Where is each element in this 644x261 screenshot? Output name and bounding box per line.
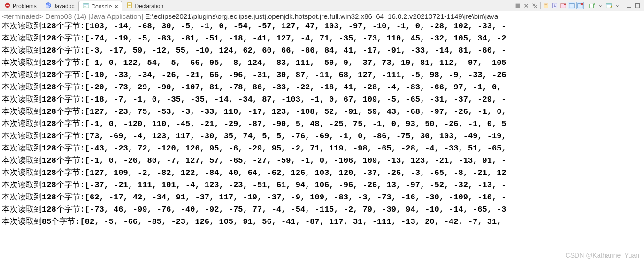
javadoc-icon: @ bbox=[45, 2, 52, 10]
svg-rect-22 bbox=[627, 7, 631, 8]
problems-icon bbox=[4, 2, 11, 10]
svg-rect-8 bbox=[129, 4, 131, 4]
tab-javadoc[interactable]: @ Javadoc bbox=[41, 0, 79, 11]
watermark: CSDN @Katharine_Yuan bbox=[566, 252, 639, 259]
tab-console[interactable]: Console × bbox=[78, 1, 122, 11]
console-line: 本次读取到128个字节:[62, -17, 42, -34, 91, -37, … bbox=[2, 191, 642, 204]
scroll-lock-icon[interactable] bbox=[551, 2, 559, 9]
console-line: 本次读取到128个字节:[-1, 0, 122, 54, -5, -66, 95… bbox=[2, 57, 642, 69]
svg-rect-5 bbox=[83, 4, 89, 5]
svg-rect-23 bbox=[636, 3, 640, 8]
console-line: 本次读取到128个字节:[103, -14, -68, 30, -5, -1, … bbox=[2, 20, 642, 32]
console-line: 本次读取到128个字节:[-37, -21, 111, 101, -4, 123… bbox=[2, 179, 642, 191]
tab-label: Problems bbox=[13, 3, 37, 9]
console-line: 本次读取到128个字节:[-43, -23, 72, -120, 126, 95… bbox=[2, 142, 642, 155]
terminated-label: <terminated> bbox=[2, 12, 43, 20]
tab-problems[interactable]: Problems bbox=[0, 0, 41, 11]
console-line: 本次读取到85个字节:[82, -5, -66, -85, -23, 126, … bbox=[2, 216, 642, 228]
tab-label: Javadoc bbox=[54, 3, 75, 9]
console-line: 本次读取到128个字节:[-1, 0, -26, 80, -7, 127, 57… bbox=[2, 155, 642, 167]
console-line: 本次读取到128个字节:[-10, -33, -34, -26, -21, 66… bbox=[2, 69, 642, 81]
remove-launch-icon[interactable] bbox=[522, 2, 530, 9]
terminate-icon[interactable] bbox=[514, 2, 521, 9]
svg-rect-6 bbox=[84, 6, 86, 6]
show-console-b-icon[interactable] bbox=[576, 2, 584, 9]
console-status-line: <terminated> Demo03 (14) [Java Applicati… bbox=[0, 11, 644, 20]
console-icon bbox=[83, 2, 89, 10]
svg-rect-12 bbox=[545, 4, 547, 5]
svg-rect-9 bbox=[129, 5, 131, 6]
toolbar-separator bbox=[623, 2, 623, 9]
tab-label: Console bbox=[91, 3, 112, 10]
console-toolbar bbox=[514, 2, 644, 9]
view-tabs-group: Problems @ Javadoc Console × Declaration bbox=[0, 0, 514, 11]
console-line: 本次读取到128个字节:[-18, -7, -1, 0, -35, -35, -… bbox=[2, 94, 642, 106]
svg-point-15 bbox=[564, 3, 566, 5]
svg-text:@: @ bbox=[46, 3, 50, 8]
console-line: 本次读取到128个字节:[127, 109, -2, -82, 122, -84… bbox=[2, 167, 642, 179]
display-console-icon[interactable] bbox=[605, 2, 613, 9]
console-line: 本次读取到128个字节:[-74, -19, -5, -83, -81, -51… bbox=[2, 32, 642, 45]
chevron-down-icon[interactable] bbox=[613, 2, 621, 9]
console-line: 本次读取到128个字节:[-20, -73, 29, -90, -107, 81… bbox=[2, 81, 642, 94]
svg-rect-18 bbox=[581, 3, 583, 5]
svg-rect-11 bbox=[544, 3, 548, 8]
console-line: 本次读取到128个字节:[127, -23, 75, -53, -3, -33,… bbox=[2, 106, 642, 118]
svg-rect-16 bbox=[569, 3, 575, 8]
svg-rect-10 bbox=[516, 3, 520, 8]
chevron-down-icon[interactable] bbox=[597, 2, 604, 9]
remove-all-icon[interactable] bbox=[531, 2, 538, 9]
console-output: 本次读取到128个字节:[103, -14, -68, 30, -5, -1, … bbox=[0, 20, 644, 230]
console-line: 本次读取到128个字节:[73, -69, -4, 123, 117, -30,… bbox=[2, 130, 642, 142]
console-line: 本次读取到128个字节:[-1, 0, -120, 110, -45, -21,… bbox=[2, 118, 642, 130]
console-line: 本次读取到128个字节:[-3, -17, 59, -12, 55, -10, … bbox=[2, 45, 642, 57]
tab-label: Declaration bbox=[135, 3, 163, 9]
view-tabbar: Problems @ Javadoc Console × Declaration bbox=[0, 0, 644, 11]
show-console-a-icon[interactable] bbox=[568, 2, 575, 9]
clear-console-icon[interactable] bbox=[543, 2, 550, 9]
tab-declaration[interactable]: Declaration bbox=[122, 0, 168, 11]
svg-rect-1 bbox=[6, 5, 9, 6]
close-icon[interactable]: × bbox=[115, 3, 118, 10]
console-line: 本次读取到128个字节:[-73, 46, -99, -76, -40, -92… bbox=[2, 204, 642, 216]
minimize-icon[interactable] bbox=[625, 2, 633, 9]
svg-rect-21 bbox=[606, 3, 612, 5]
maximize-icon[interactable] bbox=[634, 2, 641, 9]
toolbar-separator bbox=[586, 2, 586, 9]
open-console-icon[interactable] bbox=[588, 2, 596, 9]
pin-console-icon[interactable] bbox=[560, 2, 567, 9]
declaration-icon bbox=[126, 2, 133, 10]
toolbar-separator bbox=[540, 2, 541, 9]
